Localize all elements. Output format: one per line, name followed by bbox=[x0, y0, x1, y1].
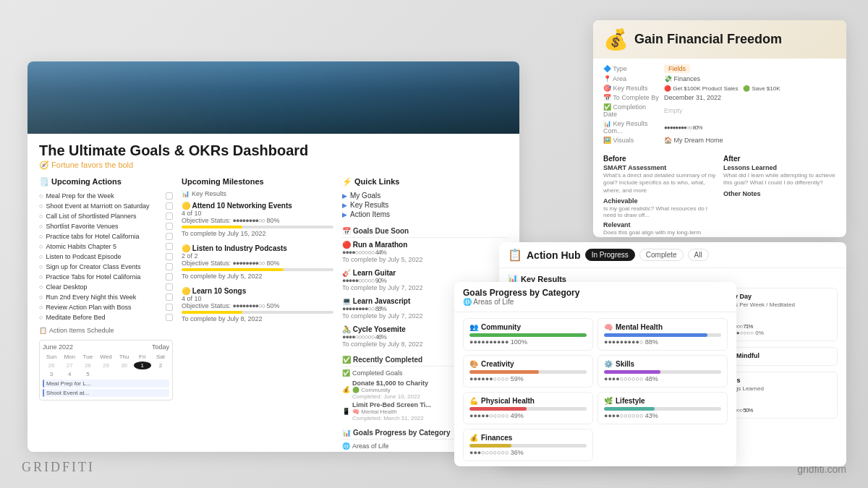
gp-bar-container bbox=[469, 444, 587, 448]
after-title: After bbox=[723, 155, 836, 163]
gp-bar-container bbox=[604, 407, 721, 411]
gp-bar-container bbox=[604, 370, 721, 374]
milestone-title: 🟡 Learn 10 Songs bbox=[182, 287, 333, 295]
gp-card: 💰 Finances ●●●○○○○○○○ 36% bbox=[463, 429, 593, 461]
gp-bar-container bbox=[604, 333, 721, 337]
quick-link-item[interactable]: ▶Action Items bbox=[342, 210, 508, 219]
relevant-text: Does this goal align with my long-term v… bbox=[603, 229, 716, 237]
goal-field-completion-date: ✅ Completion Date Empty bbox=[603, 103, 836, 118]
milestone-item: 🟡 Learn 10 Songs 4 of 10 Objective Statu… bbox=[182, 287, 333, 322]
cal-day-1: 1 bbox=[134, 361, 151, 369]
cal-header-sun: Sun bbox=[43, 353, 60, 361]
cal-day-30: 30 bbox=[116, 361, 133, 369]
action-checkbox[interactable] bbox=[166, 304, 173, 311]
tab-in-progress[interactable]: In Progress bbox=[585, 249, 635, 261]
goals-progress-grid: 👥 Community ●●●●●●●●●● 100% 🧠 Mental Hea… bbox=[454, 312, 736, 466]
action-checkbox[interactable] bbox=[166, 263, 173, 270]
lessons-learned-text: What did I learn while attempting to ach… bbox=[723, 172, 836, 187]
upcoming-actions-title: 🗒️ Upcoming Actions bbox=[39, 177, 173, 187]
action-checkbox[interactable] bbox=[166, 314, 173, 321]
action-item[interactable]: ○Meal Prep for the Week bbox=[39, 191, 173, 201]
action-checkbox[interactable] bbox=[166, 283, 173, 291]
cal-header-tue: Tue bbox=[79, 353, 96, 361]
gp-bar-fill bbox=[604, 370, 660, 374]
goal-detail-title: Gain Financial Freedom bbox=[634, 32, 782, 47]
three-column-layout: 🗒️ Upcoming Actions ○Meal Prep for the W… bbox=[39, 177, 508, 452]
milestones-title: Upcoming Milestones bbox=[182, 177, 333, 186]
milestone-progress: 4 of 10 bbox=[182, 210, 333, 217]
achievable-text: Is my goal realistic? What resources do … bbox=[603, 205, 716, 218]
action-checkbox[interactable] bbox=[166, 273, 173, 281]
watermark-left: GRIDFITI bbox=[22, 460, 95, 475]
action-checkbox[interactable] bbox=[166, 202, 173, 210]
goal-field-key-results: 🎯 Key Results 🔴 Get $100K Product Sales … bbox=[603, 85, 836, 92]
action-item[interactable]: ○Practice tabs for Hotel California bbox=[39, 231, 173, 241]
quick-link-item[interactable]: ▶Key Results bbox=[342, 200, 508, 210]
before-title: Before bbox=[603, 155, 716, 163]
after-section: After Lessons Learned What did I learn w… bbox=[723, 155, 836, 237]
quick-link-item[interactable]: ▶My Goals bbox=[342, 191, 508, 200]
relevant-title: Relevant bbox=[603, 221, 716, 228]
completed-tag: 🧠 Mental Health bbox=[352, 408, 431, 415]
action-checkbox[interactable] bbox=[166, 243, 173, 250]
goal-field-area: 📍 Area 💸 Finances bbox=[603, 75, 836, 82]
dashboard-title: The Ultimate Goals & OKRs Dashboard bbox=[39, 142, 508, 159]
goal-detail-header: 💰 Gain Financial Freedom bbox=[593, 20, 846, 59]
cal-header-wed: Wed bbox=[97, 353, 114, 361]
gp-card: 👥 Community ●●●●●●●●●● 100% bbox=[463, 318, 593, 351]
goal-field-type: 🔷 Type Fields bbox=[603, 64, 836, 73]
action-item[interactable]: ○Sign up for Creator Class Events bbox=[39, 262, 173, 272]
goal-card: 🔴 Run a Marathon ●●●●○○○○○○ 44% To compl… bbox=[342, 241, 508, 263]
action-checkbox[interactable] bbox=[166, 294, 173, 301]
milestone-title: 🟡 Attend 10 Networking Events bbox=[182, 202, 333, 210]
tab-complete[interactable]: Complete bbox=[639, 249, 684, 261]
goal-detail-sections: Before SMART Assessment What's a direct … bbox=[593, 152, 846, 237]
cal-day-27: 27 bbox=[61, 361, 78, 369]
action-item[interactable]: ○Shoot Event at Marriott on Saturday bbox=[39, 201, 173, 211]
action-item[interactable]: ○Atomic Habits Chapter 5 bbox=[39, 241, 173, 252]
cal-day-5: 5 bbox=[79, 370, 96, 378]
action-item[interactable]: ○Run 2nd Every Night this Week bbox=[39, 292, 173, 302]
action-checkbox[interactable] bbox=[166, 253, 173, 260]
gp-card: ⚙️ Skills ●●●●○○○○○○ 48% bbox=[597, 355, 728, 388]
milestone-item: 🟡 Attend 10 Networking Events 4 of 10 Ob… bbox=[182, 202, 333, 237]
gp-card: 💪 Physical Health ●●●●●○○○○○ 49% bbox=[463, 392, 593, 424]
gp-card-title: 💪 Physical Health bbox=[469, 397, 587, 405]
calendar-days: Sun Mon Tue Wed Thu Fri Sat 26 27 28 29 … bbox=[43, 353, 169, 378]
dashboard-subtitle: 🧭 Fortune favors the bold bbox=[39, 160, 508, 170]
main-dashboard-panel: The Ultimate Goals & OKRs Dashboard 🧭 Fo… bbox=[27, 61, 519, 452]
gp-card-title: 🌿 Lifestyle bbox=[604, 397, 721, 405]
action-item[interactable]: ○Listen to Podcast Episode bbox=[39, 252, 173, 262]
milestone-title: 🟡 Listen to Industry Podcasts bbox=[182, 244, 333, 252]
milestone-progress: 4 of 10 bbox=[182, 295, 333, 302]
action-checkbox[interactable] bbox=[166, 192, 173, 200]
action-item[interactable]: ○Meditate Before Bed bbox=[39, 312, 173, 322]
action-checkbox[interactable] bbox=[166, 233, 173, 240]
gp-bar-fill bbox=[604, 333, 707, 337]
action-hub-header: 📋 Action Hub In Progress Complete All bbox=[499, 242, 846, 268]
tab-all[interactable]: All bbox=[688, 249, 709, 261]
cal-header-thu: Thu bbox=[116, 353, 133, 361]
gp-bar-container bbox=[469, 333, 587, 337]
action-item[interactable]: ○Practice Tabs for Hotel California bbox=[39, 272, 173, 282]
milestone-item: 🟡 Listen to Industry Podcasts 2 of 2 Obj… bbox=[182, 244, 333, 280]
goal-field-kr-complete: 📊 Key Results Com... ●●●●●●●●○○ 80% bbox=[603, 120, 836, 134]
action-item[interactable]: ○Clear Desktop bbox=[39, 282, 173, 292]
upcoming-goals-header: 📅 Goals Due Soon bbox=[342, 225, 508, 238]
action-item[interactable]: ○Shortlist Favorite Venues bbox=[39, 221, 173, 231]
cal-event-1: Meal Prep for L... bbox=[43, 380, 169, 388]
action-checkbox[interactable] bbox=[166, 223, 173, 230]
gp-bar-fill bbox=[469, 370, 539, 374]
cal-day-4: 4 bbox=[61, 370, 78, 378]
gp-card: 🧠 Mental Health ●●●●●●●●●○ 88% bbox=[597, 318, 728, 351]
milestones-list: 🟡 Attend 10 Networking Events 4 of 10 Ob… bbox=[182, 202, 333, 322]
actions-list: ○Meal Prep for the Week○Shoot Event at M… bbox=[39, 191, 173, 322]
milestone-progress-bar bbox=[182, 268, 333, 271]
milestone-progress: 2 of 2 bbox=[182, 252, 333, 260]
action-item[interactable]: ○Call List of Shortlisted Planners bbox=[39, 211, 173, 221]
action-item[interactable]: ○Review Action Plan with Boss bbox=[39, 302, 173, 312]
gp-percent: ●●●●●●●●●● 100% bbox=[469, 338, 587, 346]
action-checkbox[interactable] bbox=[166, 213, 173, 220]
milestone-progress-fill bbox=[182, 268, 284, 271]
goal-field-visuals: 🖼️ Visuals 🏠 My Dream Home bbox=[603, 137, 836, 144]
